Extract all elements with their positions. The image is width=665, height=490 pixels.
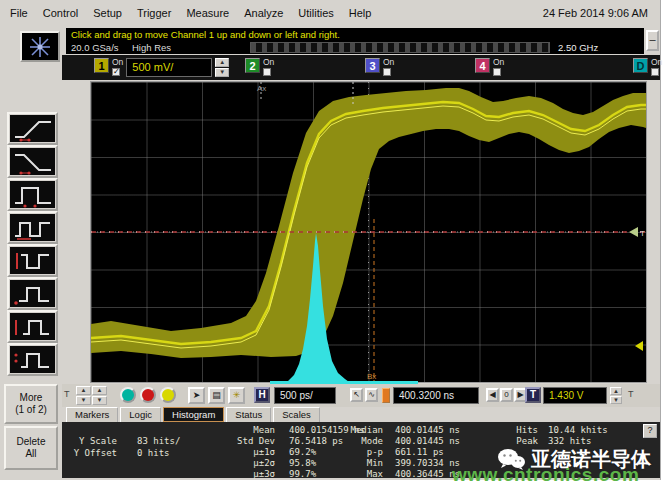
stat-value: 400.36445 ns	[395, 469, 460, 479]
stat-value: 10.44 khits	[548, 425, 608, 435]
tab-status[interactable]: Status	[226, 407, 271, 422]
timebase-scale-display[interactable]: 500 ps/	[274, 387, 336, 404]
positive-width-glyph	[10, 181, 55, 208]
channel-1-checkbox[interactable]	[112, 68, 120, 76]
menu-utilities[interactable]: Utilities	[298, 7, 333, 19]
trigger-menu-button[interactable]: T	[525, 387, 541, 403]
rise-time-glyph	[10, 115, 55, 142]
window-pulse-icon[interactable]	[7, 310, 58, 343]
rise-time-icon[interactable]	[7, 112, 58, 145]
stat-value: 95.8%	[289, 458, 316, 468]
menu-control[interactable]: Control	[43, 7, 78, 19]
stat-label: Hits	[504, 425, 538, 435]
nudge-up-right-button[interactable]: ▲	[92, 386, 107, 395]
menu-measure[interactable]: Measure	[186, 7, 229, 19]
stat-label: μ±1σ	[215, 447, 275, 457]
position-nudge-cluster: ▲ ▲ ▼ ▼	[76, 386, 110, 405]
period-icon[interactable]	[7, 244, 58, 277]
tab-logic[interactable]: Logic	[120, 407, 161, 422]
channel-3-controls: 3 On	[365, 58, 394, 76]
trigger-level-display[interactable]: 1.430 V	[543, 387, 607, 404]
bottom-toolbar: T ▲ ▲ ▼ ▼ ➤ ▤ ✳ H 500 ps/ ↖ ∿ 400.3200 n…	[62, 384, 660, 407]
glitch-icon[interactable]	[7, 277, 58, 310]
channel-3-button[interactable]: 3	[365, 58, 380, 73]
channel-2-checkbox[interactable]	[263, 68, 271, 76]
layers-icon[interactable]: ▤	[208, 387, 225, 404]
trigger-level-down-button[interactable]: ▼	[610, 396, 622, 404]
channel-bar: 1 On 500 mV/ ▲▼ 2 On 3 On 4 On D On	[62, 55, 660, 80]
tab-histogram[interactable]: Histogram	[163, 407, 224, 422]
pointer-tool-icon[interactable]: ➤	[188, 387, 205, 404]
bandwidth-label: 2.50 GHz	[558, 42, 598, 53]
stat-value: 332 hits	[548, 436, 591, 446]
channel-1-button[interactable]: 1	[94, 58, 109, 73]
channel-4-button[interactable]: 4	[475, 58, 490, 73]
stat-label: Min	[333, 458, 383, 468]
burst-pulse-glyph	[10, 346, 55, 373]
channel-1-scale-down-button[interactable]: ▼	[215, 68, 229, 77]
horizontal-menu-button[interactable]: H	[254, 387, 270, 403]
nudge-down-left-button[interactable]: ▼	[76, 396, 91, 405]
y-offset-value: 0 hits	[137, 448, 170, 458]
more-button[interactable]: More (1 of 2)	[4, 384, 58, 424]
waveform-display-area[interactable]: Ax Bx T	[90, 81, 647, 383]
tab-scales[interactable]: Scales	[273, 407, 320, 422]
stat-label: Std Dev	[215, 436, 275, 446]
menu-file[interactable]: File	[10, 7, 28, 19]
cursor-icon[interactable]: ↖	[350, 388, 363, 402]
help-button[interactable]: ?	[643, 424, 657, 438]
fall-time-glyph	[10, 148, 55, 175]
run-button[interactable]	[120, 387, 136, 403]
svg-text:T: T	[640, 229, 645, 238]
brightness-icon[interactable]: ✳	[228, 387, 245, 404]
digital-checkbox[interactable]	[651, 68, 659, 76]
positive-width-icon[interactable]	[7, 178, 58, 211]
channel-1-scale-display[interactable]: 500 mV/	[126, 58, 212, 77]
channel-1-scale-up-button[interactable]: ▲	[215, 58, 229, 67]
delete-label: Delete	[6, 436, 56, 448]
channel-2-button[interactable]: 2	[245, 58, 260, 73]
nudge-down-right-button[interactable]: ▼	[92, 396, 107, 405]
waveform-canvas: Ax Bx T	[91, 82, 646, 382]
menu-help[interactable]: Help	[349, 7, 372, 19]
trigger-level-marker: T	[629, 227, 645, 238]
channel-4-checkbox[interactable]	[493, 68, 501, 76]
starburst-glyph	[27, 35, 53, 59]
stop-button[interactable]	[140, 387, 156, 403]
stat-value: 400.01445 ns	[395, 436, 460, 446]
stat-value: 69.2%	[289, 447, 316, 457]
marker-color-button[interactable]	[382, 388, 390, 403]
channel-4-controls: 4 On	[475, 58, 504, 76]
menu-trigger[interactable]: Trigger	[137, 7, 171, 19]
menu-setup[interactable]: Setup	[93, 7, 122, 19]
menu-analyze[interactable]: Analyze	[244, 7, 283, 19]
stat-label: Mean	[215, 425, 275, 435]
stat-label: Mode	[333, 436, 383, 446]
sidebar: More (1 of 2) Delete All	[0, 26, 62, 480]
position-left-button[interactable]: ◀	[486, 388, 499, 402]
horizontal-position-scrollbar[interactable]	[250, 42, 550, 53]
more-label: More	[6, 392, 56, 404]
more-page-label: (1 of 2)	[6, 404, 56, 416]
nudge-up-left-button[interactable]: ▲	[76, 386, 91, 395]
stat-label: μ±2σ	[215, 458, 275, 468]
channel-1-ground-marker	[635, 341, 643, 351]
trigger-level-up-button[interactable]: ▲	[610, 387, 622, 395]
sample-rate-label: 20.0 GSa/s	[71, 42, 119, 53]
waveform-icon[interactable]: ∿	[365, 388, 378, 402]
delete-all-button[interactable]: Delete All	[4, 426, 58, 470]
single-button[interactable]	[160, 387, 176, 403]
channel-3-checkbox[interactable]	[383, 68, 391, 76]
negative-width-icon[interactable]	[7, 211, 58, 244]
channel-1-on-label: On	[112, 58, 123, 67]
digital-channel-button[interactable]: D	[633, 58, 648, 73]
drag-hint-text: Click and drag to move Channel 1 up and …	[71, 29, 340, 40]
timebase-position-display[interactable]: 400.3200 ns	[393, 387, 479, 404]
fall-time-icon[interactable]	[7, 145, 58, 178]
digital-on-label: On	[651, 58, 662, 67]
burst-pulse-icon[interactable]	[7, 343, 58, 376]
position-zero-button[interactable]: 0	[500, 388, 513, 402]
tab-markers[interactable]: Markers	[66, 407, 118, 422]
daisy-wheel-icon[interactable]	[20, 31, 60, 62]
minimize-button[interactable]: ‒	[646, 30, 659, 51]
